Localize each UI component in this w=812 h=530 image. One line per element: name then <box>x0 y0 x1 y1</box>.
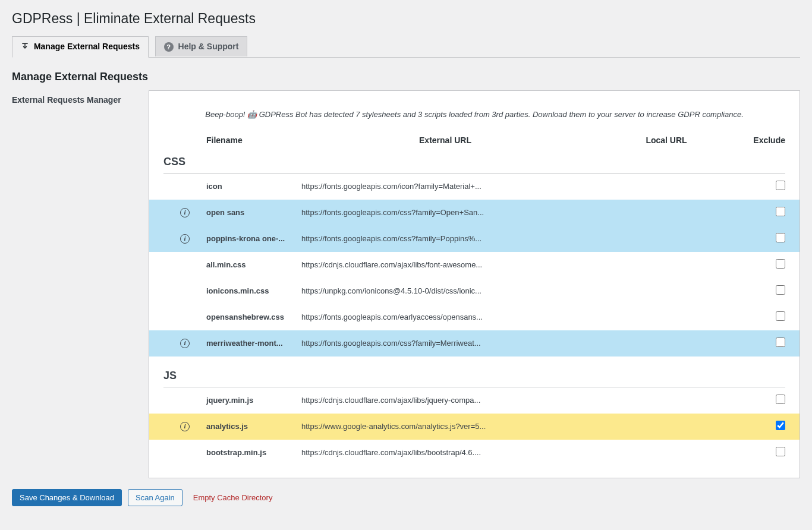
table-row: iconhttps://fonts.googleapis.com/icon?fa… <box>149 173 800 200</box>
table-row: ipoppins-krona one-...https://fonts.goog… <box>149 226 800 252</box>
tab-help-support[interactable]: ? Help & Support <box>155 36 248 56</box>
exclude-checkbox[interactable] <box>776 447 785 456</box>
scan-again-button[interactable]: Scan Again <box>128 489 182 506</box>
group-title-css: CSS <box>163 150 785 173</box>
requests-panel: Beep-boop! 🤖 GDPRess Bot has detected 7 … <box>149 90 800 478</box>
cell-filename: open sans <box>206 208 301 217</box>
cell-external-url: https://unpkg.com/ionicons@4.5.10-0/dist… <box>301 286 589 295</box>
cell-filename: analytics.js <box>206 422 301 431</box>
tab-label: Help & Support <box>178 42 239 51</box>
col-header-exclude: Exclude <box>744 135 785 145</box>
cell-external-url: https://cdnjs.cloudflare.com/ajax/libs/j… <box>301 396 589 405</box>
exclude-checkbox[interactable] <box>776 337 785 347</box>
download-icon <box>21 42 29 52</box>
settings-label: External Requests Manager <box>12 90 137 478</box>
table-row: jquery.min.jshttps://cdnjs.cloudflare.co… <box>149 387 800 414</box>
empty-cache-link[interactable]: Empty Cache Directory <box>193 493 273 502</box>
cell-filename: bootstrap.min.js <box>206 448 301 457</box>
tab-bar: Manage External Requests ? Help & Suppor… <box>12 30 800 58</box>
exclude-checkbox[interactable] <box>776 233 785 242</box>
save-button[interactable]: Save Changes & Download <box>12 489 122 506</box>
cell-filename: ionicons.min.css <box>206 286 301 295</box>
actions-bar: Save Changes & Download Scan Again Empty… <box>12 489 800 506</box>
exclude-checkbox[interactable] <box>776 395 785 404</box>
exclude-checkbox[interactable] <box>776 285 785 295</box>
cell-filename: icon <box>206 182 301 191</box>
help-icon: ? <box>164 42 174 52</box>
table-row: opensanshebrew.csshttps://fonts.googleap… <box>149 304 800 330</box>
col-header-local-url: Local URL <box>589 135 744 145</box>
cell-filename: opensanshebrew.css <box>206 313 301 321</box>
group-title-js: JS <box>163 357 785 387</box>
cell-filename: merriweather-mont... <box>206 339 301 348</box>
exclude-checkbox[interactable] <box>776 181 785 190</box>
exclude-checkbox[interactable] <box>776 259 785 269</box>
cell-filename: poppins-krona one-... <box>206 234 301 243</box>
info-icon[interactable]: i <box>180 422 190 431</box>
cell-external-url: https://www.google-analytics.com/analyti… <box>301 422 589 431</box>
info-icon[interactable]: i <box>180 234 190 244</box>
page-title: GDPRess | Eliminate External Requests <box>12 5 800 30</box>
info-icon[interactable]: i <box>180 339 190 348</box>
table-row: ionicons.min.csshttps://unpkg.com/ionico… <box>149 278 800 304</box>
cell-external-url: https://fonts.googleapis.com/css?family=… <box>301 234 589 243</box>
exclude-checkbox[interactable] <box>776 311 785 321</box>
tab-label: Manage External Requests <box>34 42 140 51</box>
table-row: bootstrap.min.jshttps://cdnjs.cloudflare… <box>149 440 800 466</box>
table-row: all.min.csshttps://cdnjs.cloudflare.com/… <box>149 252 800 278</box>
section-title: Manage External Requests <box>12 71 800 83</box>
cell-external-url: https://fonts.googleapis.com/css?family=… <box>301 339 589 348</box>
exclude-checkbox[interactable] <box>776 207 785 216</box>
info-icon[interactable]: i <box>180 208 190 217</box>
intro-text: Beep-boop! 🤖 GDPRess Bot has detected 7 … <box>149 103 800 131</box>
cell-external-url: https://fonts.googleapis.com/css?family=… <box>301 208 589 217</box>
exclude-checkbox[interactable] <box>776 421 785 430</box>
table-header: Filename External URL Local URL Exclude <box>149 131 800 150</box>
tab-manage-requests[interactable]: Manage External Requests <box>12 36 149 58</box>
table-row: iopen sanshttps://fonts.googleapis.com/c… <box>149 200 800 226</box>
cell-filename: all.min.css <box>206 260 301 269</box>
cell-external-url: https://fonts.googleapis.com/icon?family… <box>301 182 589 191</box>
cell-external-url: https://cdnjs.cloudflare.com/ajax/libs/b… <box>301 448 589 457</box>
cell-filename: jquery.min.js <box>206 396 301 405</box>
col-header-external-url: External URL <box>301 135 589 145</box>
table-row: ianalytics.jshttps://www.google-analytic… <box>149 414 800 440</box>
cell-external-url: https://cdnjs.cloudflare.com/ajax/libs/f… <box>301 260 589 269</box>
cell-external-url: https://fonts.googleapis.com/earlyaccess… <box>301 313 589 321</box>
col-header-filename: Filename <box>206 135 301 145</box>
table-row: imerriweather-mont...https://fonts.googl… <box>149 330 800 357</box>
